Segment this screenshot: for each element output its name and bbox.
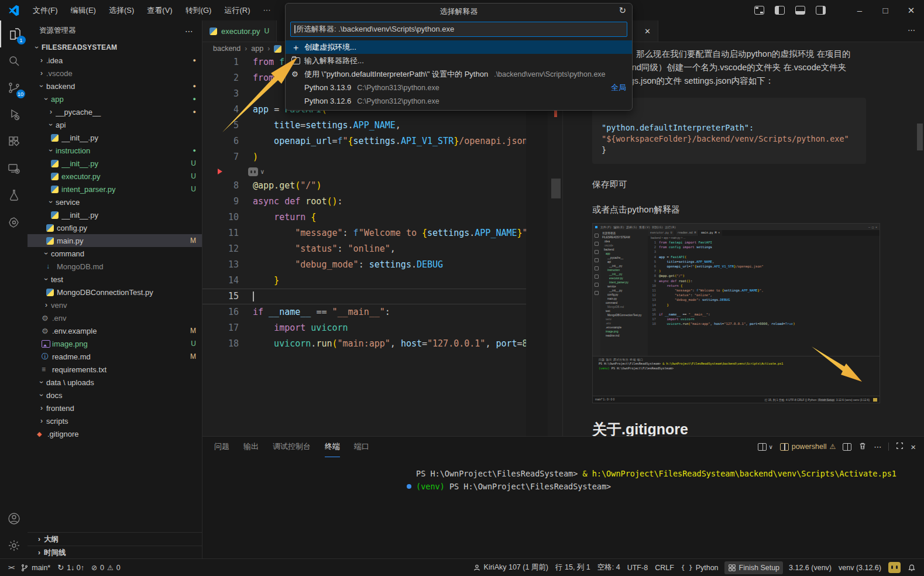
status-finish-setup[interactable]: Finish Setup — [724, 561, 783, 574]
tree-item-executor-py[interactable]: executor.pyU — [28, 170, 202, 183]
status-notifications[interactable] — [904, 561, 919, 574]
panel-tab-终端[interactable]: 终端 — [325, 437, 340, 457]
quick-pick-item-3[interactable]: Python 3.13.9C:\Python313\python.exe全局 — [286, 81, 632, 94]
tree-item---pycache--[interactable]: ›__pycache__● — [28, 105, 202, 118]
tree-item-filesreadsysteam[interactable]: ›FILESREADSYSTEAM — [28, 41, 202, 54]
split-terminal-icon[interactable] — [843, 443, 851, 451]
copilot-icon[interactable] — [248, 167, 258, 176]
tree-item-mongodb-md[interactable]: ↓MongoDB.md — [28, 260, 202, 273]
run-debug-icon[interactable] — [1, 101, 28, 128]
menu-item[interactable]: 编辑(E) — [66, 4, 101, 18]
tree-item-data---uploads[interactable]: ›data \ uploads — [28, 376, 202, 389]
editor-actions-more-icon[interactable]: ⋯ — [908, 26, 916, 35]
status-problems[interactable]: ⊘0⚠0 — [88, 561, 124, 574]
search-icon[interactable] — [1, 47, 28, 74]
status-remote-indicator[interactable]: >< — [5, 561, 17, 574]
chevron-down-icon[interactable]: ∨ — [260, 168, 265, 176]
code-editor[interactable]: 1from fastapi import FastAPI2from config… — [202, 54, 526, 436]
tree-item-service[interactable]: ›service — [28, 196, 202, 208]
tree-item---init---py[interactable]: __init__.py — [28, 208, 202, 221]
menu-item[interactable]: 文件(F) — [28, 4, 63, 18]
status-copilot[interactable] — [885, 561, 904, 574]
toggle-panel-icon[interactable] — [795, 6, 805, 15]
panel-tab-端口[interactable]: 端口 — [354, 437, 369, 457]
sidebar-more-icon[interactable]: ⋯ — [185, 26, 194, 36]
settings-gear-icon[interactable] — [1, 532, 28, 559]
explorer-icon[interactable]: 1 — [0, 20, 28, 47]
extensions-icon[interactable] — [1, 128, 28, 155]
status-blame-author[interactable]: KiriAky 107 (1 周前) — [469, 561, 552, 574]
outline-section[interactable]: ›大纲 — [28, 532, 202, 546]
tree-item-test[interactable]: ›test — [28, 273, 202, 286]
status-python-interpreter[interactable]: 3.12.6 (venv) — [785, 561, 835, 574]
status-indentation[interactable]: 空格: 4 — [594, 561, 624, 574]
tree-item-main-py[interactable]: main.pyM — [28, 234, 202, 247]
quick-pick-item-action[interactable]: 全局 — [611, 83, 626, 93]
timeline-section[interactable]: ›时间线 — [28, 546, 202, 559]
tree-item--env[interactable]: ⚙.env — [28, 311, 202, 324]
tree-item-requirements-txt[interactable]: ≡requirements.txt — [28, 363, 202, 376]
status-git-branch[interactable]: main* — [17, 561, 54, 574]
quick-pick-item-0[interactable]: ＋创建虚拟环境... — [286, 40, 632, 54]
menu-item[interactable]: ··· — [257, 4, 276, 18]
minimize-button[interactable]: – — [847, 5, 873, 15]
preview-scrollbar-thumb[interactable] — [917, 124, 923, 150]
tab-executor-py[interactable]: executor.py U — [202, 20, 277, 42]
source-control-icon[interactable]: 10 — [1, 74, 28, 101]
tree-item-command[interactable]: ›command — [28, 247, 202, 260]
tree-item--idea[interactable]: ›.idea● — [28, 54, 202, 67]
tree-item-readme-md[interactable]: ⓘreadme.mdM — [28, 350, 202, 363]
tree-item-backend[interactable]: ›backend● — [28, 80, 202, 92]
tree-item-image-png[interactable]: image.pngU — [28, 337, 202, 350]
status-git-sync[interactable]: ↻1↓ 0↑ — [54, 561, 88, 574]
tree-item-config-py[interactable]: config.py — [28, 221, 202, 234]
tree-item-intent-parser-py[interactable]: intent_parser.pyU — [28, 183, 202, 196]
scrollbar-thumb[interactable] — [551, 179, 561, 198]
menu-item[interactable]: 运行(R) — [219, 4, 255, 18]
close-button[interactable]: ✕ — [898, 5, 924, 16]
quick-pick-item-4[interactable]: Python 3.12.6C:\Python312\python.exe — [286, 94, 632, 108]
account-icon[interactable] — [1, 505, 28, 532]
status-encoding[interactable]: UTF-8 — [624, 561, 651, 574]
close-panel-icon[interactable]: × — [911, 442, 916, 452]
maximize-panel-icon[interactable] — [896, 442, 904, 451]
toggle-secondary-sidebar-icon[interactable] — [816, 6, 826, 15]
status-python-env[interactable]: venv (3.12.6) — [835, 561, 885, 574]
maximize-button[interactable]: □ — [873, 5, 898, 15]
tree-item-mongodbconnectiontest-py[interactable]: MongoDBConnectionTest.py — [28, 286, 202, 299]
breadcrumb-item[interactable]: app — [251, 44, 263, 53]
tree-item-app[interactable]: ›app● — [28, 92, 202, 105]
terminal[interactable]: PS H:\OwnProject\FilesReadSysteam> & h:\… — [416, 467, 918, 493]
status-language-mode[interactable]: { }Python — [678, 561, 722, 574]
panel-tab-输出[interactable]: 输出 — [243, 437, 259, 457]
tree-item-scripts[interactable]: ›scripts — [28, 414, 202, 427]
tree-item-docs[interactable]: ›docs — [28, 389, 202, 402]
tree-item---init---py[interactable]: __init__.pyU — [28, 157, 202, 170]
tree-item--vscode[interactable]: ›.vscode — [28, 67, 202, 80]
tree-item---init---py[interactable]: __init__.py — [28, 131, 202, 144]
quick-pick-item-1[interactable]: 输入解释器路径... — [286, 54, 632, 67]
panel-tab-调试控制台[interactable]: 调试控制台 — [273, 437, 311, 457]
tree-item-frontend[interactable]: ›frontend — [28, 402, 202, 414]
panel-tab-问题[interactable]: 问题 — [214, 437, 229, 457]
tools-extension-icon[interactable] — [1, 209, 28, 236]
menu-item[interactable]: 选择(S) — [104, 4, 139, 18]
status-cursor-position[interactable]: 行 15, 列 1 — [552, 561, 594, 574]
tree-item--env-example[interactable]: ⚙.env.exampleM — [28, 324, 202, 337]
testing-icon[interactable] — [1, 182, 28, 209]
tree-item--gitignore[interactable]: ◆.gitignore — [28, 427, 202, 440]
panel-more-icon[interactable]: ⋯ — [874, 443, 881, 451]
menu-item[interactable]: 转到(G) — [180, 4, 217, 18]
terminal-instance[interactable]: powershell ⚠ — [780, 443, 836, 451]
tree-item-api[interactable]: ›api — [28, 118, 202, 131]
status-eol[interactable]: CRLF — [651, 561, 678, 574]
close-tab-icon[interactable]: ✕ — [644, 27, 651, 36]
remote-explorer-icon[interactable] — [1, 155, 28, 182]
tree-item-instruction[interactable]: ›instruction● — [28, 144, 202, 157]
toggle-sidebar-icon[interactable] — [775, 6, 785, 15]
quick-pick-input[interactable]: 所选解释器: .\backend\venv\Scripts\python.exe — [290, 22, 627, 37]
menu-item[interactable]: 查看(V) — [142, 4, 177, 18]
kill-terminal-icon[interactable] — [858, 442, 867, 452]
breadcrumb-item[interactable]: backend — [213, 44, 241, 53]
refresh-icon[interactable]: ↻ — [619, 5, 626, 16]
